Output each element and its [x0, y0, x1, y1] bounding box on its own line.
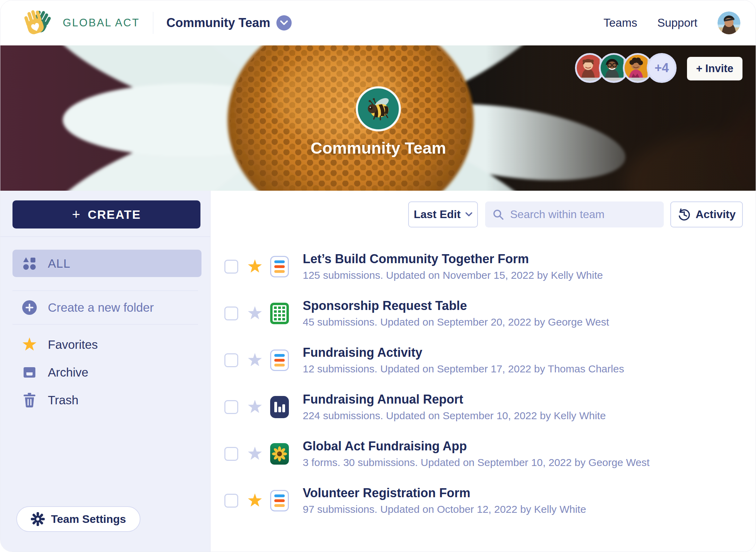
team-page: GLOBAL ACT Community Team Teams Support	[0, 0, 756, 552]
user-avatar[interactable]	[718, 11, 740, 34]
star-favorite-icon[interactable]	[247, 353, 263, 368]
list-item[interactable]: Sponsorship Request Table 45 submissions…	[224, 295, 742, 331]
file-meta: 125 submissions. Updated on November 15,…	[303, 269, 603, 281]
file-list: Let’s Build Community Together Form 125 …	[224, 248, 742, 529]
team-settings-label: Team Settings	[51, 513, 126, 526]
team-switcher[interactable]: Community Team	[166, 15, 292, 31]
file-title: Fundraising Activity	[303, 346, 624, 360]
top-header: GLOBAL ACT Community Team Teams Support	[0, 0, 756, 45]
file-title: Volunteer Registration Form	[303, 486, 586, 500]
sidebar-divider	[12, 324, 198, 325]
list-item[interactable]: Fundraising Annual Report 224 submission…	[224, 389, 742, 425]
star-favorite-icon[interactable]	[247, 446, 263, 462]
sidebar-create-folder[interactable]: Create a new folder	[12, 295, 201, 320]
report-icon	[270, 396, 289, 418]
team-settings-button[interactable]: Team Settings	[16, 506, 140, 532]
row-checkbox[interactable]	[224, 447, 238, 461]
global-act-logo[interactable]: GLOBAL ACT	[21, 8, 140, 38]
row-checkbox[interactable]	[224, 400, 238, 414]
chevron-down-icon[interactable]	[276, 15, 292, 31]
sort-dropdown[interactable]: Last Edit	[408, 201, 478, 227]
file-meta: 3 forms. 30 submissions. Updated on Sept…	[303, 457, 650, 468]
sidebar-item-favorites[interactable]: Favorites	[12, 331, 201, 359]
list-item[interactable]: Volunteer Registration Form 97 submissio…	[224, 482, 742, 519]
row-checkbox[interactable]	[224, 260, 238, 274]
logo-text: GLOBAL ACT	[63, 17, 140, 29]
sidebar-item-label: Archive	[48, 365, 88, 379]
activity-history-icon	[678, 208, 691, 221]
sidebar-item-label: Favorites	[48, 338, 98, 352]
create-button[interactable]: + CREATE	[12, 200, 200, 228]
sidebar-divider	[0, 236, 210, 237]
row-checkbox[interactable]	[224, 494, 238, 508]
file-meta: 45 submissions. Updated on September 20,…	[303, 316, 609, 328]
sidebar-item-label: Trash	[48, 393, 78, 407]
app-icon	[270, 443, 289, 465]
header-divider	[153, 12, 153, 34]
main-content: Last Edit Activity	[211, 191, 756, 552]
team-avatar	[356, 86, 401, 131]
file-title: Sponsorship Request Table	[303, 299, 609, 313]
search-icon	[493, 209, 504, 220]
table-icon	[270, 303, 289, 324]
header-nav: Teams Support	[603, 11, 740, 34]
plus-circle-icon	[22, 300, 37, 315]
activity-button-label: Activity	[696, 208, 736, 221]
gear-icon	[31, 512, 45, 526]
sort-dropdown-label: Last Edit	[414, 208, 461, 221]
form-icon	[270, 350, 289, 371]
star-favorite-icon[interactable]	[247, 259, 263, 274]
bee-icon	[364, 96, 393, 121]
create-button-label: CREATE	[88, 208, 141, 222]
list-item[interactable]: Global Act Fundraising App 3 forms. 30 s…	[224, 435, 742, 472]
row-checkbox[interactable]	[224, 307, 238, 320]
file-title: Let’s Build Community Together Form	[303, 252, 603, 266]
search-box	[485, 201, 664, 227]
nav-support-link[interactable]: Support	[657, 16, 697, 29]
invite-button[interactable]: + Invite	[687, 57, 742, 80]
file-meta: 12 submissions. Updated on September 17,…	[303, 363, 624, 374]
star-icon	[22, 337, 37, 352]
sidebar-item-all[interactable]: ALL	[12, 250, 201, 277]
sidebar: + CREATE ALL	[0, 191, 211, 552]
all-shapes-icon	[22, 256, 37, 271]
global-act-logo-icon	[21, 8, 57, 38]
row-checkbox[interactable]	[224, 353, 238, 367]
star-favorite-icon[interactable]	[247, 493, 263, 508]
sidebar-divider	[12, 291, 198, 291]
file-title: Global Act Fundraising App	[303, 439, 650, 453]
file-title: Fundraising Annual Report	[303, 393, 606, 406]
sidebar-item-archive[interactable]: Archive	[12, 359, 201, 386]
plus-icon: +	[72, 207, 81, 222]
activity-button[interactable]: Activity	[670, 201, 743, 227]
file-meta: 97 submissions. Updated on October 12, 2…	[303, 503, 586, 515]
star-favorite-icon[interactable]	[247, 306, 263, 321]
team-members-stack[interactable]: +4	[575, 53, 677, 83]
star-favorite-icon[interactable]	[247, 399, 263, 415]
team-switcher-label: Community Team	[166, 16, 270, 30]
sidebar-item-label: Create a new folder	[48, 301, 154, 314]
file-meta: 224 submissions. Updated on September 10…	[303, 410, 606, 421]
member-overflow-badge: +4	[647, 53, 677, 83]
list-item[interactable]: Fundraising Activity 12 submissions. Upd…	[224, 342, 742, 378]
team-name-title: Community Team	[0, 138, 756, 157]
search-input[interactable]	[509, 208, 656, 221]
nav-teams-link[interactable]: Teams	[603, 16, 637, 29]
team-banner: +4 + Invite	[0, 45, 756, 191]
sidebar-item-trash[interactable]: Trash	[12, 386, 201, 414]
sidebar-item-label: ALL	[48, 257, 70, 270]
form-icon	[270, 490, 289, 511]
archive-icon	[22, 365, 37, 379]
list-item[interactable]: Let’s Build Community Together Form 125 …	[224, 248, 742, 285]
chevron-down-icon	[465, 212, 472, 217]
form-icon	[270, 256, 289, 277]
trash-icon	[22, 393, 37, 407]
